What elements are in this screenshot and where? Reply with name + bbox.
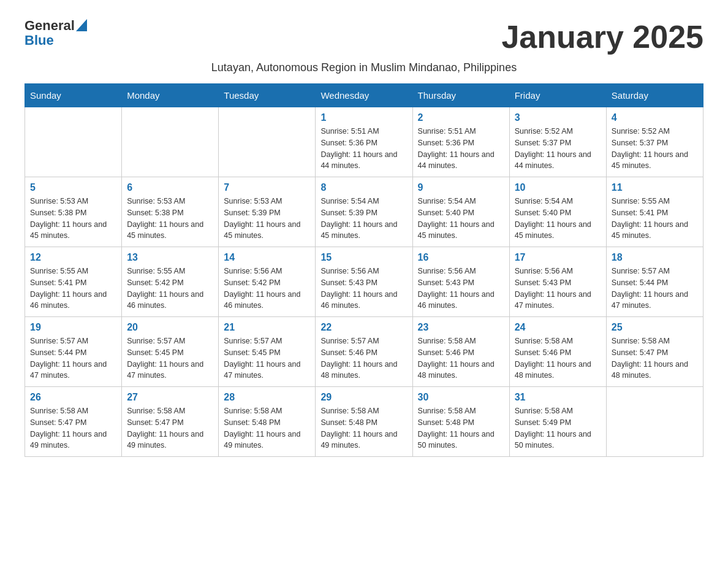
calendar-cell: 23Sunrise: 5:58 AM Sunset: 5:46 PM Dayli… xyxy=(412,317,509,387)
calendar-cell xyxy=(219,107,316,177)
page-header: General Blue January 2025 xyxy=(25,18,703,55)
calendar-cell: 31Sunrise: 5:58 AM Sunset: 5:49 PM Dayli… xyxy=(509,387,606,457)
day-number: 18 xyxy=(612,252,698,263)
calendar-cell: 13Sunrise: 5:55 AM Sunset: 5:42 PM Dayli… xyxy=(122,247,219,317)
calendar-week-4: 19Sunrise: 5:57 AM Sunset: 5:44 PM Dayli… xyxy=(25,317,703,387)
logo-text-blue: Blue xyxy=(25,33,54,48)
svg-marker-0 xyxy=(76,19,87,31)
day-info: Sunrise: 5:55 AM Sunset: 5:41 PM Dayligh… xyxy=(612,196,698,242)
weekday-header-friday: Friday xyxy=(509,84,606,107)
calendar-cell: 20Sunrise: 5:57 AM Sunset: 5:45 PM Dayli… xyxy=(122,317,219,387)
day-info: Sunrise: 5:54 AM Sunset: 5:40 PM Dayligh… xyxy=(515,196,601,242)
calendar-week-3: 12Sunrise: 5:55 AM Sunset: 5:41 PM Dayli… xyxy=(25,247,703,317)
day-info: Sunrise: 5:57 AM Sunset: 5:46 PM Dayligh… xyxy=(320,335,407,381)
calendar-cell: 2Sunrise: 5:51 AM Sunset: 5:36 PM Daylig… xyxy=(412,107,509,177)
day-number: 16 xyxy=(418,252,504,263)
day-info: Sunrise: 5:58 AM Sunset: 5:47 PM Dayligh… xyxy=(127,405,213,451)
weekday-header-monday: Monday xyxy=(122,84,219,107)
calendar-cell: 7Sunrise: 5:53 AM Sunset: 5:39 PM Daylig… xyxy=(219,177,316,247)
subtitle: Lutayan, Autonomous Region in Muslim Min… xyxy=(25,61,703,74)
day-info: Sunrise: 5:54 AM Sunset: 5:40 PM Dayligh… xyxy=(418,196,504,242)
day-info: Sunrise: 5:55 AM Sunset: 5:42 PM Dayligh… xyxy=(127,266,213,312)
day-info: Sunrise: 5:57 AM Sunset: 5:44 PM Dayligh… xyxy=(30,335,116,381)
day-number: 14 xyxy=(224,252,310,263)
calendar-cell: 30Sunrise: 5:58 AM Sunset: 5:48 PM Dayli… xyxy=(412,387,509,457)
day-info: Sunrise: 5:56 AM Sunset: 5:42 PM Dayligh… xyxy=(224,266,310,312)
calendar-cell: 11Sunrise: 5:55 AM Sunset: 5:41 PM Dayli… xyxy=(606,177,703,247)
day-info: Sunrise: 5:57 AM Sunset: 5:45 PM Dayligh… xyxy=(224,335,310,381)
calendar-table: SundayMondayTuesdayWednesdayThursdayFrid… xyxy=(25,83,703,457)
calendar-week-1: 1Sunrise: 5:51 AM Sunset: 5:36 PM Daylig… xyxy=(25,107,703,177)
weekday-header-saturday: Saturday xyxy=(606,84,703,107)
day-number: 4 xyxy=(612,112,698,123)
day-number: 8 xyxy=(320,182,407,193)
calendar-cell: 8Sunrise: 5:54 AM Sunset: 5:39 PM Daylig… xyxy=(316,177,412,247)
day-info: Sunrise: 5:58 AM Sunset: 5:48 PM Dayligh… xyxy=(224,405,310,451)
day-number: 22 xyxy=(320,322,407,333)
day-number: 21 xyxy=(224,322,310,333)
day-number: 1 xyxy=(320,112,407,123)
day-info: Sunrise: 5:52 AM Sunset: 5:37 PM Dayligh… xyxy=(515,126,601,172)
calendar-cell: 24Sunrise: 5:58 AM Sunset: 5:46 PM Dayli… xyxy=(509,317,606,387)
weekday-header-tuesday: Tuesday xyxy=(219,84,316,107)
day-info: Sunrise: 5:56 AM Sunset: 5:43 PM Dayligh… xyxy=(320,266,407,312)
calendar-body: 1Sunrise: 5:51 AM Sunset: 5:36 PM Daylig… xyxy=(25,107,703,457)
calendar-cell: 18Sunrise: 5:57 AM Sunset: 5:44 PM Dayli… xyxy=(606,247,703,317)
calendar-cell: 29Sunrise: 5:58 AM Sunset: 5:48 PM Dayli… xyxy=(316,387,412,457)
calendar-cell: 17Sunrise: 5:56 AM Sunset: 5:43 PM Dayli… xyxy=(509,247,606,317)
day-number: 25 xyxy=(612,322,698,333)
calendar-cell xyxy=(606,387,703,457)
day-info: Sunrise: 5:56 AM Sunset: 5:43 PM Dayligh… xyxy=(418,266,504,312)
day-info: Sunrise: 5:57 AM Sunset: 5:45 PM Dayligh… xyxy=(127,335,213,381)
day-info: Sunrise: 5:58 AM Sunset: 5:46 PM Dayligh… xyxy=(418,335,504,381)
month-title: January 2025 xyxy=(501,18,703,55)
calendar-cell: 1Sunrise: 5:51 AM Sunset: 5:36 PM Daylig… xyxy=(316,107,412,177)
day-number: 24 xyxy=(515,322,601,333)
weekday-header-row: SundayMondayTuesdayWednesdayThursdayFrid… xyxy=(25,84,703,107)
calendar-cell: 19Sunrise: 5:57 AM Sunset: 5:44 PM Dayli… xyxy=(25,317,122,387)
calendar-week-5: 26Sunrise: 5:58 AM Sunset: 5:47 PM Dayli… xyxy=(25,387,703,457)
day-info: Sunrise: 5:53 AM Sunset: 5:38 PM Dayligh… xyxy=(30,196,116,242)
day-info: Sunrise: 5:58 AM Sunset: 5:47 PM Dayligh… xyxy=(612,335,698,381)
logo-triangle-icon xyxy=(76,19,87,31)
day-number: 9 xyxy=(418,182,504,193)
day-number: 15 xyxy=(320,252,407,263)
day-number: 6 xyxy=(127,182,213,193)
calendar-header: SundayMondayTuesdayWednesdayThursdayFrid… xyxy=(25,84,703,107)
calendar-cell: 14Sunrise: 5:56 AM Sunset: 5:42 PM Dayli… xyxy=(219,247,316,317)
day-number: 31 xyxy=(515,392,601,403)
day-number: 10 xyxy=(515,182,601,193)
day-number: 5 xyxy=(30,182,116,193)
day-info: Sunrise: 5:53 AM Sunset: 5:38 PM Dayligh… xyxy=(127,196,213,242)
day-info: Sunrise: 5:55 AM Sunset: 5:41 PM Dayligh… xyxy=(30,266,116,312)
day-info: Sunrise: 5:58 AM Sunset: 5:49 PM Dayligh… xyxy=(515,405,601,451)
day-number: 19 xyxy=(30,322,116,333)
calendar-cell: 12Sunrise: 5:55 AM Sunset: 5:41 PM Dayli… xyxy=(25,247,122,317)
calendar-cell xyxy=(122,107,219,177)
calendar-cell: 21Sunrise: 5:57 AM Sunset: 5:45 PM Dayli… xyxy=(219,317,316,387)
calendar-cell: 28Sunrise: 5:58 AM Sunset: 5:48 PM Dayli… xyxy=(219,387,316,457)
calendar-cell: 27Sunrise: 5:58 AM Sunset: 5:47 PM Dayli… xyxy=(122,387,219,457)
calendar-cell: 25Sunrise: 5:58 AM Sunset: 5:47 PM Dayli… xyxy=(606,317,703,387)
day-info: Sunrise: 5:58 AM Sunset: 5:47 PM Dayligh… xyxy=(30,405,116,451)
day-number: 7 xyxy=(224,182,310,193)
logo-text-general: General xyxy=(25,18,75,33)
calendar-cell: 6Sunrise: 5:53 AM Sunset: 5:38 PM Daylig… xyxy=(122,177,219,247)
calendar-cell: 26Sunrise: 5:58 AM Sunset: 5:47 PM Dayli… xyxy=(25,387,122,457)
calendar-cell: 22Sunrise: 5:57 AM Sunset: 5:46 PM Dayli… xyxy=(316,317,412,387)
logo-block: General Blue xyxy=(25,18,87,48)
day-info: Sunrise: 5:56 AM Sunset: 5:43 PM Dayligh… xyxy=(515,266,601,312)
calendar-cell: 4Sunrise: 5:52 AM Sunset: 5:37 PM Daylig… xyxy=(606,107,703,177)
calendar-cell: 3Sunrise: 5:52 AM Sunset: 5:37 PM Daylig… xyxy=(509,107,606,177)
day-number: 26 xyxy=(30,392,116,403)
calendar-cell: 15Sunrise: 5:56 AM Sunset: 5:43 PM Dayli… xyxy=(316,247,412,317)
day-number: 30 xyxy=(418,392,504,403)
day-info: Sunrise: 5:58 AM Sunset: 5:48 PM Dayligh… xyxy=(418,405,504,451)
day-info: Sunrise: 5:51 AM Sunset: 5:36 PM Dayligh… xyxy=(418,126,504,172)
weekday-header-thursday: Thursday xyxy=(412,84,509,107)
day-number: 20 xyxy=(127,322,213,333)
weekday-header-sunday: Sunday xyxy=(25,84,122,107)
day-number: 28 xyxy=(224,392,310,403)
day-info: Sunrise: 5:58 AM Sunset: 5:46 PM Dayligh… xyxy=(515,335,601,381)
day-number: 13 xyxy=(127,252,213,263)
